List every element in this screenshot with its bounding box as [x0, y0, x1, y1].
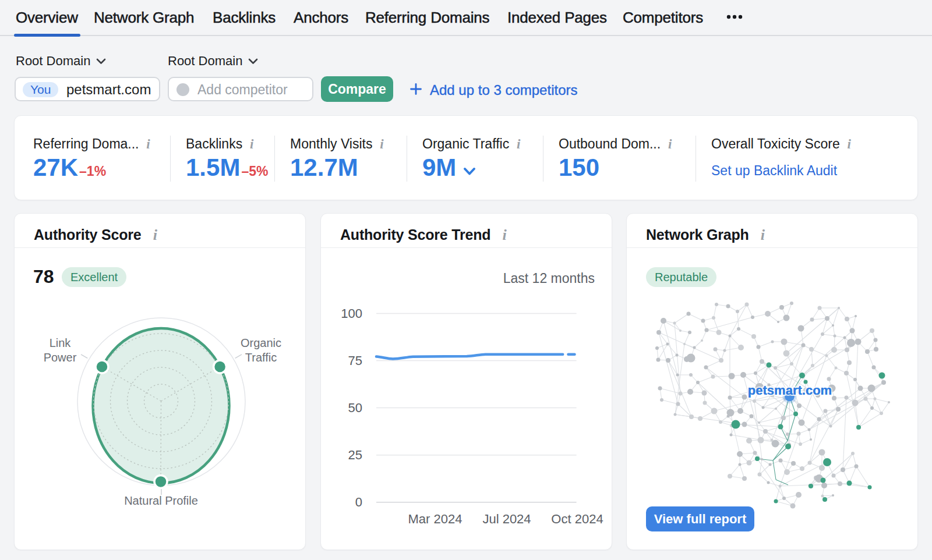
- svg-text:Last 12 months: Last 12 months: [503, 271, 595, 286]
- svg-text:0: 0: [355, 495, 362, 509]
- svg-text:Mar 2024: Mar 2024: [408, 512, 463, 526]
- svg-text:Natural Profile: Natural Profile: [124, 494, 198, 507]
- svg-text:petsmart.com: petsmart.com: [748, 383, 832, 398]
- svg-text:Traffic: Traffic: [245, 351, 277, 364]
- svg-text:Link: Link: [50, 336, 72, 349]
- svg-text:Jul 2024: Jul 2024: [482, 512, 531, 526]
- svg-text:75: 75: [348, 353, 362, 368]
- svg-text:50: 50: [348, 400, 362, 415]
- svg-text:Organic: Organic: [241, 336, 281, 349]
- svg-text:100: 100: [341, 306, 362, 321]
- svg-text:Power: Power: [44, 351, 77, 364]
- svg-text:25: 25: [348, 448, 362, 462]
- svg-text:Oct 2024: Oct 2024: [551, 512, 603, 526]
